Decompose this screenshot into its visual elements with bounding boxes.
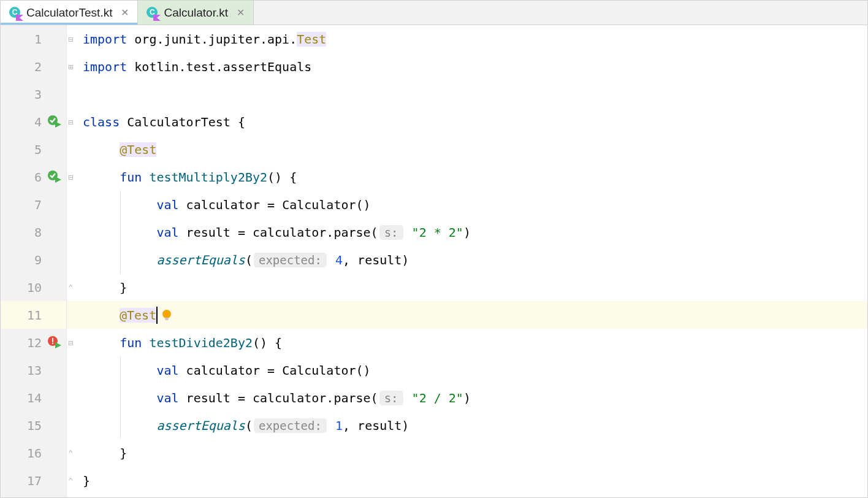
tab-calculator[interactable]: C Calculator.kt ✕ [138,1,254,25]
code-line[interactable]: import org.junit.jupiter.api.Test [79,25,867,53]
line-number: 16 [27,446,42,461]
svg-rect-8 [52,343,53,344]
code-line[interactable]: @Test [79,136,867,163]
line-number: 10 [27,280,42,295]
fold-icon[interactable]: ⊟ [68,117,73,127]
code-line[interactable]: import kotlin.test.assertEquals [79,53,867,80]
fold-end-icon[interactable]: ⌃ [68,283,73,293]
code-area[interactable]: import org.junit.jupiter.api.Test import… [79,25,867,497]
code-line[interactable]: assertEquals(expected: 1, result) [79,412,867,439]
line-number: 14 [27,391,42,405]
line-number: 5 [34,142,42,157]
line-number: 13 [27,363,42,378]
tab-calculator-test[interactable]: C CalculatorTest.kt ✕ [1,1,138,25]
line-number: 15 [27,418,42,433]
code-line[interactable]: class CalculatorTest { [79,108,867,136]
line-number: 6 [34,170,42,185]
line-number: 3 [34,87,42,102]
fold-icon[interactable]: ⊞ [68,62,73,72]
line-number: 12 [27,335,42,350]
code-line[interactable]: fun testDivide2By2() { [79,329,867,356]
line-number: 2 [34,59,42,74]
svg-rect-7 [52,338,53,342]
tab-label: CalculatorTest.kt [26,6,112,20]
parameter-hint: s: [379,391,403,405]
editor: 1 2 3 4 5 6 7 8 9 10 11 12 13 14 15 16 1… [1,25,867,497]
kotlin-file-icon: C [9,7,21,19]
code-line[interactable]: } [79,274,867,301]
code-line[interactable]: @Test [79,301,867,329]
close-icon[interactable]: ✕ [117,7,129,18]
line-number: 11 [27,308,42,323]
parameter-hint: expected: [254,418,327,433]
code-line[interactable]: } [79,467,867,494]
caret [156,307,158,324]
code-line[interactable]: assertEquals(expected: 4, result) [79,246,867,274]
fold-icon[interactable]: ⊟ [68,172,73,182]
line-number: 9 [34,253,42,267]
run-pass-icon[interactable] [48,170,61,184]
intention-bulb-icon[interactable] [160,308,173,322]
tab-label: Calculator.kt [164,6,228,20]
kotlin-file-icon: C [147,7,159,19]
parameter-hint: expected: [254,253,327,267]
code-line[interactable] [79,80,867,108]
run-fail-icon[interactable] [48,336,61,350]
line-number: 17 [27,473,42,488]
run-pass-icon[interactable] [48,115,61,129]
fold-icon[interactable]: ⊟ [68,338,73,348]
svg-marker-3 [55,121,61,128]
code-line[interactable]: val result = calculator.parse(s: "2 * 2"… [79,218,867,246]
line-number: 7 [34,197,42,212]
svg-marker-5 [55,177,61,183]
line-number: 1 [34,32,42,47]
svg-marker-0 [16,15,23,21]
fold-end-icon[interactable]: ⌃ [68,448,73,458]
svg-marker-1 [153,15,161,21]
line-number: 8 [34,225,42,240]
line-number: 4 [34,115,42,129]
gutter: 1 2 3 4 5 6 7 8 9 10 11 12 13 14 15 16 1… [1,25,67,497]
tab-bar: C CalculatorTest.kt ✕ C Calculator.kt ✕ [1,1,867,25]
code-line[interactable]: } [79,439,867,467]
close-icon[interactable]: ✕ [233,7,245,18]
fold-end-icon[interactable]: ⌃ [68,476,73,486]
parameter-hint: s: [379,225,403,240]
svg-point-10 [162,310,171,318]
code-line[interactable]: val result = calculator.parse(s: "2 / 2"… [79,384,867,412]
fold-column: ⊟ ⊞ ⊟ ⊟ ⌃ ⊟ ⌃ ⌃ [67,25,79,497]
svg-marker-9 [55,342,61,348]
fold-icon[interactable]: ⊟ [68,34,73,44]
svg-rect-11 [165,318,169,320]
code-line[interactable]: val calculator = Calculator() [79,356,867,384]
code-line[interactable]: fun testMultiply2By2() { [79,163,867,191]
code-line[interactable]: val calculator = Calculator() [79,191,867,218]
